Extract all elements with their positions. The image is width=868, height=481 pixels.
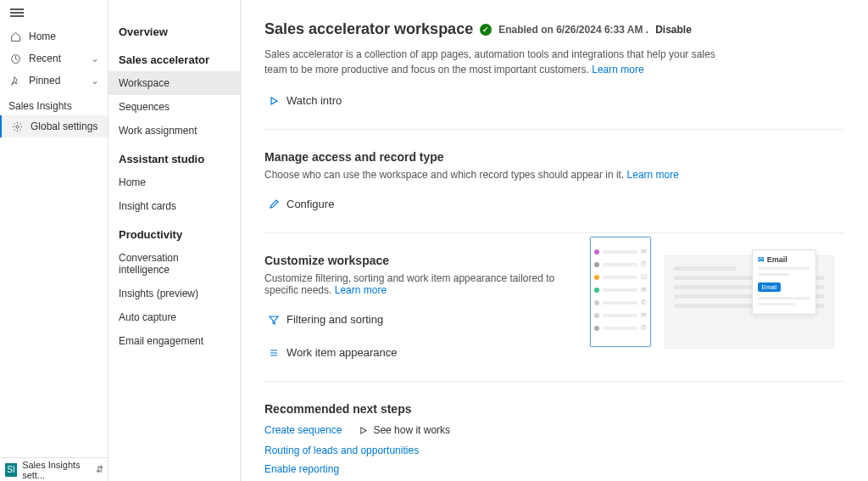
popup-illustration: ✉Email Email — [752, 249, 816, 315]
rail-pinned[interactable]: Pinned ⌄ — [0, 70, 108, 92]
edit-icon — [268, 199, 280, 210]
rail-pinned-label: Pinned — [29, 75, 60, 87]
sidebar-item-assistant-home[interactable]: Home — [108, 171, 240, 194]
play-icon — [268, 96, 280, 106]
see-how-link[interactable]: See how it works — [373, 424, 450, 436]
configure-button[interactable]: Configure — [264, 194, 844, 214]
rail-recent-label: Recent — [29, 53, 61, 64]
chevron-down-icon: ⌄ — [91, 53, 99, 64]
sidebar-sales-heading: Sales accelerator — [108, 43, 240, 71]
app-badge: SI — [5, 463, 17, 477]
rail-global-settings[interactable]: Global settings — [0, 115, 108, 137]
enable-reporting-link[interactable]: Enable reporting — [264, 463, 844, 475]
learn-more-link[interactable]: Learn more — [335, 284, 387, 296]
gear-icon — [10, 121, 24, 132]
app-rail: Home Recent ⌄ Pinned ⌄ Sales Insights Gl… — [0, 0, 108, 481]
create-sequence-link[interactable]: Create sequence — [264, 424, 342, 436]
manage-heading: Manage access and record type — [264, 150, 844, 164]
manage-description: Choose who can use the workspace and whi… — [264, 169, 844, 181]
chevron-down-icon: ⌄ — [91, 75, 99, 87]
learn-more-link[interactable]: Learn more — [627, 169, 679, 181]
sidebar-item-email-engagement[interactable]: Email engagement — [108, 329, 240, 353]
page-title-row: Sales accelerator workspace ✓ Enabled on… — [264, 20, 844, 38]
list-icon — [268, 348, 280, 358]
filter-sort-label: Filtering and sorting — [287, 313, 383, 326]
rail-home[interactable]: Home — [0, 25, 108, 48]
hamburger-button[interactable] — [0, 0, 108, 25]
workspace-illustration: ✉ ✆ ☑ ✉ ✆ ✉ ✆ ✉Email Email — [590, 237, 844, 362]
clock-icon — [8, 53, 22, 64]
mail-icon: ✉ — [758, 255, 765, 264]
settings-sidebar: Overview Sales accelerator Workspace Seq… — [108, 0, 241, 481]
divider — [264, 129, 844, 130]
customize-description: Customize filtering, sorting and work it… — [264, 272, 570, 296]
check-icon: ✓ — [480, 24, 492, 36]
customize-heading: Customize workspace — [264, 254, 570, 267]
enabled-label: Enabled on 6/26/2024 6:33 AM . — [498, 24, 648, 36]
configure-label: Configure — [287, 198, 334, 210]
app-switcher-label: Sales Insights sett... — [22, 460, 96, 480]
sidebar-item-workspace[interactable]: Workspace — [108, 71, 240, 95]
disable-link[interactable]: Disable — [655, 24, 692, 36]
sidebar-productivity-heading: Productivity — [108, 218, 240, 246]
play-icon — [359, 426, 368, 435]
work-item-button[interactable]: Work item appearance — [264, 343, 570, 362]
routing-link[interactable]: Routing of leads and opportunities — [264, 445, 844, 456]
app-switcher[interactable]: SI Sales Insights sett... ⇵ — [0, 457, 108, 481]
updown-icon: ⇵ — [96, 464, 103, 475]
filter-icon — [268, 315, 280, 325]
sidebar-item-insight-cards[interactable]: Insight cards — [108, 194, 240, 218]
main-content: Sales accelerator workspace ✓ Enabled on… — [241, 0, 868, 481]
rail-section-label: Sales Insights — [0, 92, 108, 115]
home-icon — [8, 31, 22, 42]
sidebar-item-conversation[interactable]: Conversation intelligence — [108, 246, 240, 282]
recommended-heading: Recommended next steps — [264, 402, 844, 416]
sidebar-item-work-assignment[interactable]: Work assignment — [108, 119, 240, 143]
rail-home-label: Home — [29, 31, 56, 42]
page-title: Sales accelerator workspace — [264, 20, 473, 38]
pin-icon — [8, 76, 22, 87]
page-description: Sales accelerator is a collection of app… — [264, 47, 722, 77]
work-item-label: Work item appearance — [287, 346, 398, 359]
divider — [264, 381, 844, 382]
sidebar-overview-heading[interactable]: Overview — [108, 15, 240, 43]
sidebar-item-sequences[interactable]: Sequences — [108, 95, 240, 119]
watch-intro-label: Watch intro — [287, 94, 342, 107]
filter-sort-button[interactable]: Filtering and sorting — [264, 310, 570, 329]
sidebar-item-auto-capture[interactable]: Auto capture — [108, 305, 240, 329]
watch-intro-button[interactable]: Watch intro — [264, 91, 844, 110]
sidebar-item-insights[interactable]: Insights (preview) — [108, 282, 240, 305]
rail-global-label: Global settings — [31, 120, 97, 132]
sidebar-assistant-heading: Assistant studio — [108, 143, 240, 171]
svg-point-1 — [15, 125, 18, 127]
learn-more-link[interactable]: Learn more — [592, 64, 643, 76]
rail-recent[interactable]: Recent ⌄ — [0, 48, 108, 70]
